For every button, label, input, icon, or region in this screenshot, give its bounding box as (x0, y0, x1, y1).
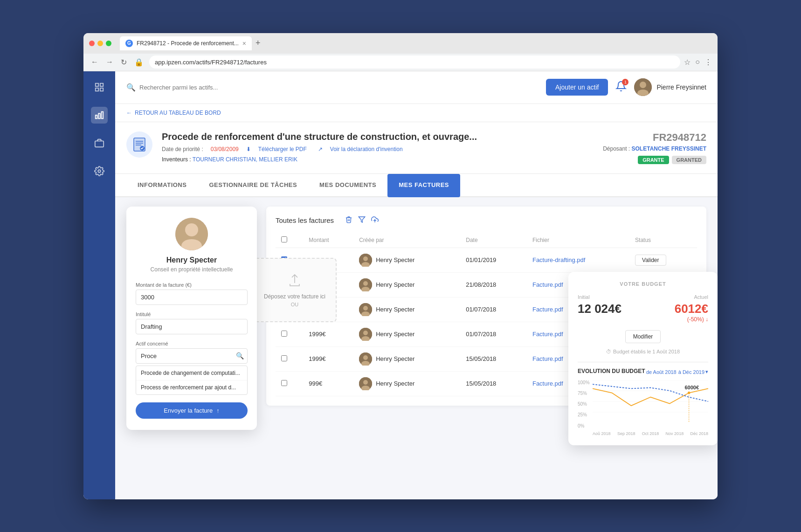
patent-number: FR2948712 (603, 131, 706, 144)
search-icon: 🔍 (126, 83, 136, 92)
current-label: Actuel (675, 294, 708, 300)
maximize-window-button[interactable] (106, 41, 111, 46)
budget-card-title: VOTRE BUDGET (578, 281, 708, 287)
upload-dropzone[interactable]: Déposez votre facture ici OU (253, 258, 337, 322)
deposant-link[interactable]: SOLETANCHE FREYSSINET (632, 145, 706, 152)
send-invoice-button[interactable]: Envoyer la facture ↑ (136, 402, 248, 419)
upload-icon (261, 273, 328, 290)
external-link-icon: ↗ (318, 146, 323, 152)
back-button[interactable]: ← (89, 56, 100, 68)
autocomplete-item-1[interactable]: Procede de changement de computati... (136, 366, 247, 380)
user-avatar (634, 78, 652, 96)
montant-form-group: Montant de la facture (€) (136, 282, 248, 305)
row-checkbox-cell (276, 371, 303, 396)
row-checkbox[interactable] (281, 355, 287, 361)
actif-label: Actif concerné (136, 341, 248, 346)
svg-point-22 (363, 281, 368, 286)
chart-x-labels: Aoû 2018 Sep 2018 Oct 2018 Nov 2018 Déc … (593, 431, 708, 436)
delete-icon[interactable] (345, 216, 352, 225)
inventors-names[interactable]: TOURNEUR CHRISTIAN, MELLIER ERIK (193, 156, 297, 163)
browser-window: G FR2948712 - Procede de renforcement...… (83, 33, 718, 499)
row-checkbox[interactable] (281, 331, 287, 337)
chart-period-from: de Août 2018 (646, 369, 677, 375)
breadcrumb[interactable]: ← RETOUR AU TABLEAU DE BORD (126, 110, 706, 116)
actif-search-icon: 🔍 (236, 352, 244, 359)
sidebar-item-portfolio[interactable] (91, 135, 108, 152)
browser-address-bar: ← → ↻ 🔒 ☆ ○ ⋮ (83, 54, 718, 71)
svg-point-37 (185, 223, 198, 236)
download-pdf-link[interactable]: Télécharger le PDF (258, 146, 307, 152)
app-container: 🔍 Ajouter un actif 1 (83, 71, 718, 499)
main-content: 🔍 Ajouter un actif 1 (115, 71, 718, 499)
svg-point-31 (363, 355, 368, 360)
actif-search-input[interactable] (136, 348, 248, 364)
patent-inventors: Inventeurs : TOURNEUR CHRISTIAN, MELLIER… (162, 156, 594, 163)
budget-chart: 100% 75% 50% 25% 0% (578, 380, 708, 436)
add-asset-button[interactable]: Ajouter un actif (546, 79, 608, 96)
montant-input[interactable] (136, 290, 248, 305)
upload-icon[interactable] (371, 216, 379, 225)
table-row: 3000€ Henry Specter 01/01/2019 Facture-d… (276, 248, 697, 272)
initial-amount: 12 024€ (578, 302, 621, 316)
invoices-header: Toutes les factures (276, 216, 697, 225)
intitule-input[interactable] (136, 319, 248, 334)
minimize-window-button[interactable] (97, 41, 103, 46)
tab-gestionnaire[interactable]: GESTIONNAIRE DE TÂCHES (198, 174, 308, 197)
agent-avatar (175, 218, 208, 250)
clock-icon: ⏱ (606, 349, 611, 354)
patent-right: FR2948712 Déposant : SOLETANCHE FREYSSIN… (603, 131, 706, 164)
profile-icon[interactable]: ○ (695, 58, 700, 67)
forward-button[interactable]: → (104, 56, 115, 68)
patent-icon (126, 131, 152, 158)
browser-extra-actions: ☆ ○ ⋮ (684, 58, 712, 67)
svg-point-28 (363, 331, 368, 335)
invoice-user-name: Henry Specter (376, 256, 414, 263)
filter-icon[interactable] (358, 216, 366, 225)
more-menu-icon[interactable]: ⋮ (704, 58, 712, 67)
url-input[interactable] (149, 55, 680, 69)
header-actions: Ajouter un actif 1 (546, 78, 706, 96)
new-tab-button[interactable]: + (252, 38, 264, 48)
tab-documents[interactable]: MES DOCUMENTS (308, 174, 387, 197)
row-createur: Henry Specter (353, 272, 460, 297)
row-createur: Henry Specter (353, 322, 460, 346)
refresh-button[interactable]: ↻ (119, 56, 129, 69)
tab-close-icon[interactable]: × (242, 40, 246, 47)
search-input[interactable] (139, 84, 313, 91)
star-icon[interactable]: ☆ (684, 58, 691, 67)
actif-search-wrapper: 🔍 (136, 348, 248, 364)
row-createur: Henry Specter (353, 248, 460, 272)
sidebar-item-charts[interactable] (91, 107, 108, 124)
declaration-link[interactable]: Voir la déclaration d'invention (330, 146, 403, 152)
chart-y-labels: 100% 75% 50% 25% 0% (578, 380, 592, 428)
budget-info-text: Budget établis le 1 Août 2018 (613, 349, 680, 354)
notification-bell[interactable]: 1 (615, 81, 627, 94)
row-fichier[interactable]: Facture-drafting.pdf (527, 248, 629, 272)
browser-tab[interactable]: G FR2948712 - Procede de renforcement...… (120, 36, 252, 50)
tab-informations[interactable]: INFORMATIONS (126, 174, 198, 197)
select-all-checkbox[interactable] (281, 236, 287, 242)
browser-titlebar: G FR2948712 - Procede de renforcement...… (83, 33, 718, 54)
tab-factures[interactable]: MES FACTURES (387, 174, 460, 197)
invoice-user-name: Henry Specter (376, 331, 414, 338)
autocomplete-item-2[interactable]: Process de renforcement par ajout d... (136, 380, 247, 394)
col-montant: Montant (303, 233, 353, 248)
chart-period-selector[interactable]: de Août 2018 à Déc 2019 ▾ (646, 369, 708, 375)
sidebar-item-settings[interactable] (91, 163, 108, 180)
modify-budget-button[interactable]: Modifier (625, 330, 661, 343)
agent-role: Conseil en propriété intellectuelle (136, 266, 248, 273)
svg-point-34 (363, 380, 368, 385)
invoice-user-avatar (359, 352, 372, 366)
close-window-button[interactable] (89, 41, 95, 46)
row-checkbox[interactable] (281, 380, 287, 386)
budget-amounts: Initial 12 024€ Actuel 6012€ (-50%) ↓ (578, 294, 708, 323)
upload-text: Déposez votre facture ici (261, 293, 328, 300)
invoice-user: Henry Specter (359, 303, 455, 316)
sidebar-item-home[interactable] (91, 79, 108, 96)
valider-button[interactable]: Valider (635, 255, 666, 266)
priority-date: 03/08/2009 (211, 146, 239, 152)
invoice-user: Henry Specter (359, 328, 455, 341)
montant-label: Montant de la facture (€) (136, 282, 248, 288)
user-info[interactable]: Pierre Freysinnet (634, 78, 706, 96)
chevron-down-icon: ▾ (705, 369, 708, 375)
